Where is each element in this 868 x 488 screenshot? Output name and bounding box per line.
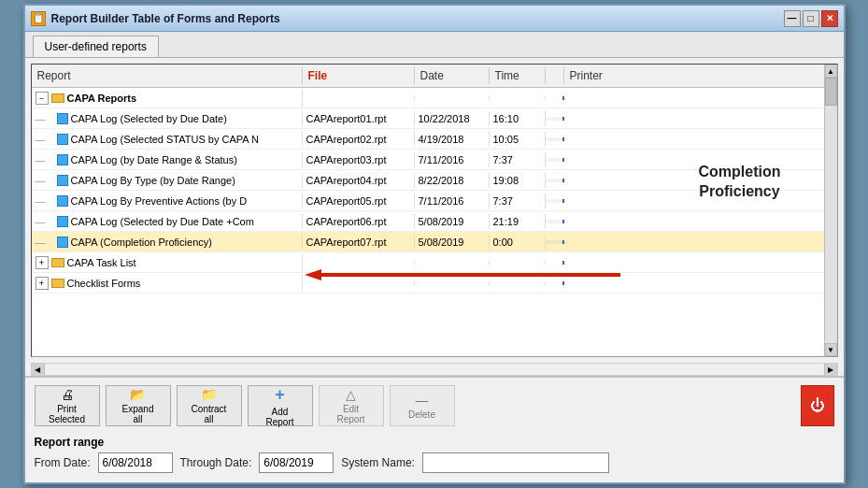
row-sep [546, 137, 564, 141]
report-icon [57, 195, 68, 207]
edit-report-button[interactable]: △ EditReport [319, 385, 384, 426]
contract-all-button[interactable]: 📁 Contractall [177, 385, 242, 426]
folder-icon [51, 279, 64, 288]
row-file: CAPAreport06.rpt [303, 214, 415, 229]
report-icon [57, 134, 68, 145]
row-sep [546, 117, 564, 121]
title-bar-left: 📋 Report Builder Table of Forms and Repo… [31, 11, 280, 26]
power-button[interactable]: ⏻ [801, 385, 834, 426]
table-row[interactable]: −CAPA Reports [32, 88, 837, 108]
row-time: 21:19 [490, 214, 546, 229]
title-bar: 📋 Report Builder Table of Forms and Repo… [25, 6, 844, 32]
row-sep [546, 261, 564, 265]
row-sep [546, 240, 564, 244]
main-window: 📋 Report Builder Table of Forms and Repo… [23, 4, 846, 484]
row-sep [546, 281, 564, 285]
col-printer: Printer [564, 67, 837, 84]
row-file [303, 261, 415, 265]
title-buttons: — □ ✕ [784, 10, 838, 27]
row-file: CAPAreport03.rpt [303, 152, 415, 167]
row-file: CAPAreport02.rpt [303, 132, 415, 147]
row-file: CAPAreport07.rpt [303, 235, 415, 250]
table-row[interactable]: +CAPA Task List [32, 252, 837, 273]
main-content: Report File Date Time Printer −CAPA Repo… [25, 58, 844, 376]
annotation-label: Completion Proficiency [699, 163, 781, 202]
minimize-button[interactable]: — [784, 10, 801, 27]
tree-dash: — [36, 237, 54, 248]
bottom-fields: Report range From Date: Through Date: Sy… [25, 434, 844, 482]
col-time: Time [490, 67, 546, 84]
row-printer [564, 137, 837, 141]
tree-dash: — [36, 113, 54, 124]
row-time: 19:08 [490, 173, 546, 188]
col-date: Date [415, 67, 490, 84]
through-date-input[interactable] [259, 452, 334, 473]
delete-button[interactable]: — Delete [390, 385, 455, 426]
folder-icon [51, 258, 64, 267]
row-date: 5/08/2019 [415, 235, 490, 250]
row-date [415, 261, 490, 265]
row-time: 7:37 [490, 194, 546, 208]
add-report-button[interactable]: + AddReport [248, 385, 313, 426]
tree-dash: — [36, 195, 54, 207]
user-defined-reports-tab[interactable]: User-defined reports [33, 36, 159, 57]
row-label: CAPA Log (Selected by Due Date +Com [71, 216, 254, 227]
expand-all-button[interactable]: 📂 Expandall [106, 385, 171, 426]
tree-dash: — [36, 216, 54, 227]
row-time [490, 281, 546, 285]
expand-icon: 📂 [130, 387, 146, 402]
row-printer [564, 261, 837, 265]
expand-collapse-button[interactable]: + [36, 256, 49, 269]
tab-bar: User-defined reports [25, 32, 844, 58]
row-date: 5/08/2019 [415, 214, 490, 229]
row-date: 7/11/2016 [415, 194, 490, 208]
row-label: CAPA Task List [67, 257, 136, 268]
maximize-button[interactable]: □ [803, 10, 819, 27]
report-icon [57, 113, 68, 124]
row-sep [546, 199, 564, 203]
table-body[interactable]: −CAPA Reports—CAPA Log (Selected by Due … [32, 88, 837, 352]
edit-icon: △ [346, 387, 356, 402]
row-printer [564, 158, 837, 162]
horizontal-scrollbar[interactable]: ◀ ▶ [31, 363, 838, 376]
table-row[interactable]: +Checklist Forms [32, 273, 837, 294]
row-date: 7/11/2016 [415, 152, 490, 167]
app-icon: 📋 [31, 11, 46, 26]
print-selected-button[interactable]: 🖨 PrintSelected [35, 385, 100, 426]
from-date-label: From Date: [35, 456, 91, 469]
delete-icon: — [416, 393, 429, 408]
tree-dash: — [36, 154, 54, 165]
close-button[interactable]: ✕ [821, 10, 838, 27]
delete-label: Delete [408, 409, 435, 420]
row-label: CAPA Log By Type (by Date Range) [71, 175, 235, 186]
row-time [490, 261, 546, 265]
window-title: Report Builder Table of Forms and Report… [51, 12, 280, 25]
contract-icon: 📁 [201, 387, 217, 402]
bottom-toolbar: 🖨 PrintSelected 📂 Expandall 📁 Contractal… [25, 376, 844, 434]
print-label: PrintSelected [49, 404, 85, 424]
from-date-input[interactable] [98, 452, 173, 473]
through-date-label: Through Date: [180, 456, 252, 469]
table-area: Report File Date Time Printer −CAPA Repo… [31, 64, 838, 357]
table-row[interactable]: —CAPA Log (Selected STATUS by CAPA NCAPA… [32, 129, 837, 150]
tree-dash: — [36, 134, 54, 145]
table-row[interactable]: —CAPA (Completion Proficiency)CAPAreport… [32, 232, 837, 252]
row-label: CAPA Log (Selected STATUS by CAPA N [71, 134, 260, 145]
print-icon: 🖨 [61, 387, 74, 402]
row-printer [564, 281, 837, 285]
report-icon [57, 154, 68, 165]
row-sep [546, 220, 564, 223]
table-row[interactable]: —CAPA Log (Selected by Due Date +ComCAPA… [32, 211, 837, 232]
table-row[interactable]: —CAPA Log (Selected by Due Date)CAPArepo… [32, 108, 837, 129]
table-header: Report File Date Time Printer [32, 65, 837, 88]
expand-collapse-button[interactable]: − [36, 92, 49, 105]
row-file [303, 96, 415, 100]
system-name-input[interactable] [422, 452, 609, 473]
col-sep [546, 67, 564, 84]
vertical-scrollbar[interactable]: ▲ ▼ [824, 65, 837, 356]
expand-collapse-button[interactable]: + [36, 277, 49, 290]
edit-label: EditReport [336, 404, 364, 424]
range-label: Report range [35, 436, 834, 449]
col-file: File [303, 67, 415, 84]
tree-dash: — [36, 175, 54, 186]
